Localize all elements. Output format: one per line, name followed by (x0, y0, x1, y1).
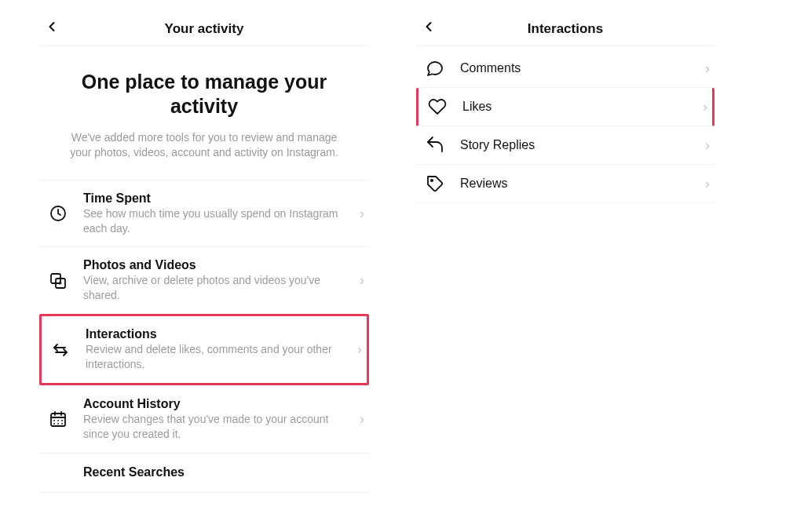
tag-icon (421, 174, 449, 193)
svg-point-16 (431, 180, 433, 181)
media-icon (44, 271, 72, 290)
row-title: Comments (460, 61, 699, 75)
chevron-right-icon: › (353, 272, 364, 289)
chevron-left-icon (44, 19, 60, 35)
comment-icon (421, 59, 449, 78)
interactions-list: Comments›Likes›Story Replies›Reviews› (416, 49, 714, 203)
row-desc: Review and delete likes, comments and yo… (86, 342, 351, 372)
row-body: Likes (462, 100, 696, 114)
row-body: Reviews (460, 177, 699, 191)
chevron-right-icon: › (353, 411, 364, 428)
row-body: Account HistoryReview changes that you'v… (83, 397, 353, 442)
row-title: Story Replies (460, 138, 699, 152)
activity-intro-title: One place to manage your activity (53, 70, 355, 119)
activity-row-interactions[interactable]: InteractionsReview and delete likes, com… (39, 314, 369, 385)
row-desc: Review changes that you've made to your … (83, 412, 353, 442)
interactions-row-comments[interactable]: Comments› (416, 49, 714, 88)
your-activity-panel: Your activity One place to manage your a… (39, 12, 369, 520)
heart-icon (423, 97, 451, 116)
row-title: Reviews (460, 177, 699, 191)
chevron-right-icon: › (353, 206, 364, 222)
swap-icon (46, 341, 75, 359)
row-title: Photos and Videos (83, 258, 353, 272)
activity-row-time-spent[interactable]: Time SpentSee how much time you usually … (39, 180, 369, 247)
row-body: Photos and VideosView, archive or delete… (83, 258, 353, 303)
row-body: Recent Searches (83, 465, 353, 479)
activity-intro-desc: We've added more tools for you to review… (53, 130, 355, 161)
row-title: Interactions (86, 327, 351, 341)
reply-icon (421, 136, 449, 155)
row-body: InteractionsReview and delete likes, com… (86, 327, 351, 372)
activity-row-photos-and-videos[interactable]: Photos and VideosView, archive or delete… (39, 246, 369, 314)
back-button[interactable] (39, 16, 64, 42)
interactions-row-story-replies[interactable]: Story Replies› (416, 126, 714, 165)
back-button[interactable] (416, 16, 441, 42)
row-body: Comments (460, 61, 699, 75)
chevron-right-icon: › (699, 137, 710, 154)
clock-icon (44, 204, 72, 223)
interactions-row-reviews[interactable]: Reviews› (416, 165, 714, 203)
interactions-row-likes[interactable]: Likes› (416, 88, 714, 126)
activity-intro: One place to manage your activity We've … (39, 46, 369, 180)
row-title: Recent Searches (83, 465, 353, 479)
row-title: Account History (83, 397, 353, 411)
activity-row-account-history[interactable]: Account HistoryReview changes that you'v… (39, 385, 369, 453)
chevron-right-icon: › (699, 60, 710, 77)
chevron-right-icon: › (696, 99, 707, 115)
activity-row-recent-searches[interactable]: Recent Searches› (39, 453, 369, 493)
interactions-header: Interactions (416, 12, 714, 46)
row-desc: See how much time you usually spend on I… (83, 206, 353, 236)
activity-header: Your activity (39, 12, 369, 46)
row-body: Story Replies (460, 138, 699, 152)
interactions-panel: Interactions Comments›Likes›Story Replie… (416, 12, 714, 520)
row-desc: View, archive or delete photos and video… (83, 273, 353, 303)
row-body: Time SpentSee how much time you usually … (83, 191, 353, 236)
row-title: Likes (462, 100, 696, 114)
chevron-left-icon (421, 19, 437, 35)
calendar-icon (44, 410, 72, 428)
interactions-header-title: Interactions (528, 21, 603, 37)
activity-list: Time SpentSee how much time you usually … (39, 180, 369, 493)
chevron-right-icon: › (699, 176, 710, 192)
chevron-right-icon: › (351, 341, 362, 358)
row-title: Time Spent (83, 191, 353, 206)
activity-header-title: Your activity (165, 21, 244, 37)
